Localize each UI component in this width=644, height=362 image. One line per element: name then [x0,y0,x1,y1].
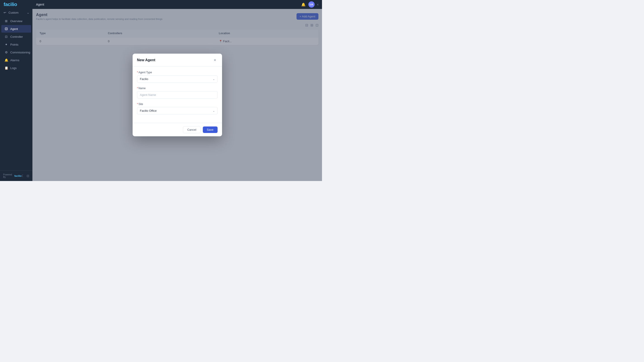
sidebar-item-controller[interactable]: ⊡ Controller [1,33,31,40]
sidebar-custom-item[interactable]: ↩ Custom ⌄ [0,9,32,16]
top-bar-right: 🔔 UA ‹ [301,1,318,7]
site-group: * Site Facilio Office Main Office Branch… [137,103,218,114]
back-icon[interactable]: ‹ [317,2,318,6]
main-content: Agent 🔔 UA ‹ Agent Facilio's agent helps… [32,0,322,181]
sidebar-item-logs[interactable]: 📋 Logs [1,64,31,72]
sidebar-footer: Powered By facilio ☾ ⊡ [0,170,32,181]
name-group: * Name [137,87,218,98]
required-star-2: * [137,87,138,90]
theme-icon[interactable]: ☾ [22,174,24,178]
save-button[interactable]: Save [203,126,218,133]
powered-by-text: Powered By [3,173,14,178]
sidebar-item-label: Alarms [10,58,19,62]
required-star-3: * [137,103,138,106]
agent-name-input[interactable] [137,91,218,98]
sidebar-item-label: Controller [10,35,23,38]
modal-footer: Cancel Save [132,123,222,136]
modal-body: * Agent Type Facilio BACnet Modbus MQTT [132,66,222,123]
agent-type-select[interactable]: Facilio BACnet Modbus MQTT [137,75,218,83]
avatar[interactable]: UA [308,1,314,7]
top-bar-left: Agent [36,3,44,6]
sidebar-item-label: Overview [10,19,22,23]
sidebar-nav: ⊞ Overview Agent ⊡ Controller ✦ Points [0,16,32,170]
notifications-icon[interactable]: 🔔 [301,2,306,7]
agent-type-label: * Agent Type [137,71,218,74]
sidebar-item-label: Agent [10,27,18,31]
agent-icon [4,27,8,31]
sidebar-item-points[interactable]: ✦ Points [1,41,31,48]
sidebar-item-label: Points [10,43,18,46]
powered-logo: facilio [14,175,22,177]
agent-type-group: * Agent Type Facilio BACnet Modbus MQTT [137,71,218,83]
required-star: * [137,71,138,74]
site-select[interactable]: Facilio Office Main Office Branch Office [137,107,218,114]
custom-label: Custom [8,11,18,14]
name-label: * Name [137,87,218,90]
chevron-down-icon: ⌄ [27,11,29,14]
custom-icon: ↩ [3,11,7,14]
sidebar-item-label: Logs [10,66,16,70]
page-title: Agent [36,3,44,6]
controller-icon: ⊡ [4,35,8,38]
top-bar: Agent 🔔 UA ‹ [32,0,322,9]
help-icon[interactable]: ⊡ [26,174,29,178]
sidebar-item-commissioning[interactable]: ⚙ Commissioning [1,48,31,56]
app-logo: facilio [4,1,17,7]
sidebar-item-alarms[interactable]: 🔔 Alarms [1,56,31,64]
modal-title: New Agent [137,58,156,62]
new-agent-modal: New Agent × * Agent Type Fa [132,54,222,136]
site-select-wrapper: Facilio Office Main Office Branch Office… [137,107,218,114]
modal-header: New Agent × [132,54,222,66]
commissioning-icon: ⚙ [4,50,8,54]
logo-area: facilio [0,0,32,9]
points-icon: ✦ [4,43,8,46]
overview-icon: ⊞ [4,19,8,23]
sidebar: facilio ↩ Custom ⌄ ⊞ Overview A [0,0,32,181]
alarms-icon: 🔔 [4,58,8,62]
content-area: Agent Facilio's agent helps to facilitat… [32,9,322,181]
footer-icons: ☾ ⊡ [22,174,29,178]
logs-icon: 📋 [4,66,8,70]
modal-overlay: New Agent × * Agent Type Fa [32,9,322,181]
sidebar-item-overview[interactable]: ⊞ Overview [1,17,31,25]
powered-by: Powered By facilio [3,173,22,178]
cancel-button[interactable]: Cancel [183,126,200,133]
site-label: * Site [137,103,218,106]
agent-type-select-wrapper: Facilio BACnet Modbus MQTT ⌄ [137,75,218,83]
sidebar-item-label: Commissioning [10,51,30,54]
modal-close-button[interactable]: × [212,58,218,62]
sidebar-item-agent[interactable]: Agent [1,25,31,33]
